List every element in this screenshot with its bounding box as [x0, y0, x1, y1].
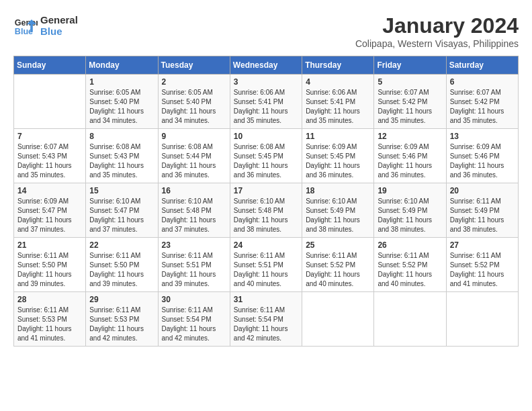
day-number: 8: [89, 132, 154, 141]
day-number: 7: [17, 132, 82, 141]
day-info: Sunrise: 6:06 AM Sunset: 5:41 PM Dayligh…: [306, 88, 370, 126]
calendar-cell: 5Sunrise: 6:07 AM Sunset: 5:42 PM Daylig…: [374, 75, 446, 129]
location-title: Colipapa, Western Visayas, Philippines: [355, 38, 519, 49]
day-header-wednesday: Wednesday: [230, 56, 302, 75]
calendar-cell: 7Sunrise: 6:07 AM Sunset: 5:43 PM Daylig…: [14, 129, 86, 183]
calendar-week-row: 1Sunrise: 6:05 AM Sunset: 5:40 PM Daylig…: [14, 75, 519, 129]
calendar-cell: 15Sunrise: 6:10 AM Sunset: 5:47 PM Dayli…: [86, 183, 158, 238]
day-header-friday: Friday: [374, 56, 446, 75]
calendar-cell: [374, 292, 446, 347]
title-block: January 2024 Colipapa, Western Visayas, …: [355, 13, 519, 49]
calendar-cell: 25Sunrise: 6:11 AM Sunset: 5:52 PM Dayli…: [302, 238, 374, 292]
day-number: 17: [234, 186, 298, 195]
calendar-table: SundayMondayTuesdayWednesdayThursdayFrid…: [13, 56, 519, 347]
calendar-cell: 8Sunrise: 6:08 AM Sunset: 5:43 PM Daylig…: [86, 129, 158, 183]
day-info: Sunrise: 6:10 AM Sunset: 5:47 PM Dayligh…: [89, 197, 154, 234]
calendar-cell: 9Sunrise: 6:08 AM Sunset: 5:44 PM Daylig…: [158, 129, 230, 183]
day-info: Sunrise: 6:05 AM Sunset: 5:40 PM Dayligh…: [162, 88, 226, 126]
day-number: 27: [450, 240, 515, 250]
calendar-cell: 19Sunrise: 6:10 AM Sunset: 5:49 PM Dayli…: [374, 183, 446, 238]
calendar-week-row: 7Sunrise: 6:07 AM Sunset: 5:43 PM Daylig…: [14, 129, 519, 183]
month-title: January 2024: [355, 13, 519, 38]
day-info: Sunrise: 6:08 AM Sunset: 5:45 PM Dayligh…: [234, 142, 298, 180]
day-number: 18: [306, 186, 370, 195]
day-info: Sunrise: 6:11 AM Sunset: 5:49 PM Dayligh…: [450, 197, 515, 234]
day-info: Sunrise: 6:10 AM Sunset: 5:49 PM Dayligh…: [378, 197, 442, 234]
day-number: 24: [234, 240, 298, 250]
day-info: Sunrise: 6:07 AM Sunset: 5:43 PM Dayligh…: [17, 142, 82, 180]
day-info: Sunrise: 6:05 AM Sunset: 5:40 PM Dayligh…: [89, 88, 154, 126]
day-number: 19: [378, 186, 442, 195]
calendar-cell: 30Sunrise: 6:11 AM Sunset: 5:54 PM Dayli…: [158, 292, 230, 347]
calendar-cell: 4Sunrise: 6:06 AM Sunset: 5:41 PM Daylig…: [302, 75, 374, 129]
calendar-cell: 20Sunrise: 6:11 AM Sunset: 5:49 PM Dayli…: [446, 183, 518, 238]
day-number: 16: [162, 186, 226, 195]
day-info: Sunrise: 6:06 AM Sunset: 5:41 PM Dayligh…: [234, 88, 298, 126]
day-number: 30: [162, 295, 226, 304]
day-number: 22: [89, 240, 154, 250]
day-number: 4: [306, 77, 370, 87]
day-number: 13: [450, 132, 515, 141]
calendar-week-row: 14Sunrise: 6:09 AM Sunset: 5:47 PM Dayli…: [14, 183, 519, 238]
day-info: Sunrise: 6:07 AM Sunset: 5:42 PM Dayligh…: [378, 88, 442, 126]
day-info: Sunrise: 6:10 AM Sunset: 5:49 PM Dayligh…: [306, 197, 370, 234]
day-header-saturday: Saturday: [446, 56, 518, 75]
calendar-cell: 26Sunrise: 6:11 AM Sunset: 5:52 PM Dayli…: [374, 238, 446, 292]
logo-icon: General Blue: [13, 13, 38, 38]
calendar-week-row: 28Sunrise: 6:11 AM Sunset: 5:53 PM Dayli…: [14, 292, 519, 347]
calendar-cell: 12Sunrise: 6:09 AM Sunset: 5:46 PM Dayli…: [374, 129, 446, 183]
calendar-cell: 1Sunrise: 6:05 AM Sunset: 5:40 PM Daylig…: [86, 75, 158, 129]
day-number: 9: [162, 132, 226, 141]
day-number: 10: [234, 132, 298, 141]
calendar-cell: 11Sunrise: 6:09 AM Sunset: 5:45 PM Dayli…: [302, 129, 374, 183]
day-number: 3: [234, 77, 298, 87]
day-info: Sunrise: 6:09 AM Sunset: 5:47 PM Dayligh…: [17, 197, 82, 234]
day-number: 20: [450, 186, 515, 195]
day-number: 28: [17, 295, 82, 304]
day-number: 25: [306, 240, 370, 250]
calendar-cell: 3Sunrise: 6:06 AM Sunset: 5:41 PM Daylig…: [230, 75, 302, 129]
day-number: 6: [450, 77, 515, 87]
day-number: 21: [17, 240, 82, 250]
day-info: Sunrise: 6:10 AM Sunset: 5:48 PM Dayligh…: [234, 197, 298, 234]
calendar-cell: 13Sunrise: 6:09 AM Sunset: 5:46 PM Dayli…: [446, 129, 518, 183]
day-info: Sunrise: 6:11 AM Sunset: 5:51 PM Dayligh…: [162, 251, 226, 289]
calendar-cell: 14Sunrise: 6:09 AM Sunset: 5:47 PM Dayli…: [14, 183, 86, 238]
day-header-thursday: Thursday: [302, 56, 374, 75]
calendar-cell: 6Sunrise: 6:07 AM Sunset: 5:42 PM Daylig…: [446, 75, 518, 129]
calendar-cell: 27Sunrise: 6:11 AM Sunset: 5:52 PM Dayli…: [446, 238, 518, 292]
day-info: Sunrise: 6:11 AM Sunset: 5:52 PM Dayligh…: [378, 251, 442, 289]
day-number: 26: [378, 240, 442, 250]
calendar-cell: 18Sunrise: 6:10 AM Sunset: 5:49 PM Dayli…: [302, 183, 374, 238]
day-number: 14: [17, 186, 82, 195]
day-number: 12: [378, 132, 442, 141]
day-info: Sunrise: 6:11 AM Sunset: 5:53 PM Dayligh…: [17, 306, 82, 343]
day-info: Sunrise: 6:11 AM Sunset: 5:52 PM Dayligh…: [450, 251, 515, 289]
day-info: Sunrise: 6:11 AM Sunset: 5:50 PM Dayligh…: [17, 251, 82, 289]
logo-line2: Blue: [40, 26, 78, 37]
svg-text:Blue: Blue: [15, 27, 33, 36]
day-info: Sunrise: 6:07 AM Sunset: 5:42 PM Dayligh…: [450, 88, 515, 126]
day-info: Sunrise: 6:11 AM Sunset: 5:54 PM Dayligh…: [162, 306, 226, 343]
calendar-cell: 28Sunrise: 6:11 AM Sunset: 5:53 PM Dayli…: [14, 292, 86, 347]
day-info: Sunrise: 6:09 AM Sunset: 5:46 PM Dayligh…: [378, 142, 442, 180]
calendar-cell: 2Sunrise: 6:05 AM Sunset: 5:40 PM Daylig…: [158, 75, 230, 129]
calendar-cell: 17Sunrise: 6:10 AM Sunset: 5:48 PM Dayli…: [230, 183, 302, 238]
day-info: Sunrise: 6:10 AM Sunset: 5:48 PM Dayligh…: [162, 197, 226, 234]
calendar-cell: 10Sunrise: 6:08 AM Sunset: 5:45 PM Dayli…: [230, 129, 302, 183]
day-number: 11: [306, 132, 370, 141]
calendar-cell: 31Sunrise: 6:11 AM Sunset: 5:54 PM Dayli…: [230, 292, 302, 347]
calendar-cell: [446, 292, 518, 347]
page-header: General Blue General Blue January 2024 C…: [13, 13, 519, 49]
logo-line1: General: [40, 14, 78, 26]
day-number: 29: [89, 295, 154, 304]
day-info: Sunrise: 6:08 AM Sunset: 5:44 PM Dayligh…: [162, 142, 226, 180]
day-number: 31: [234, 295, 298, 304]
calendar-week-row: 21Sunrise: 6:11 AM Sunset: 5:50 PM Dayli…: [14, 238, 519, 292]
day-info: Sunrise: 6:11 AM Sunset: 5:51 PM Dayligh…: [234, 251, 298, 289]
calendar-cell: 29Sunrise: 6:11 AM Sunset: 5:53 PM Dayli…: [86, 292, 158, 347]
logo: General Blue General Blue: [13, 13, 78, 38]
calendar-cell: 23Sunrise: 6:11 AM Sunset: 5:51 PM Dayli…: [158, 238, 230, 292]
calendar-cell: 21Sunrise: 6:11 AM Sunset: 5:50 PM Dayli…: [14, 238, 86, 292]
day-number: 23: [162, 240, 226, 250]
